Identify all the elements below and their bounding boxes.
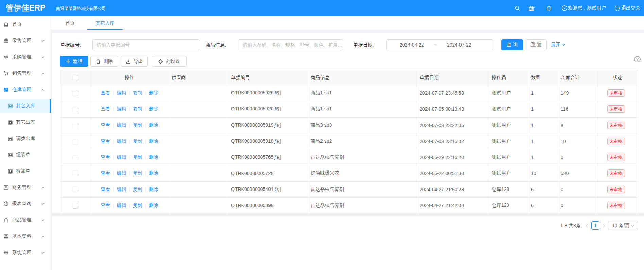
svg-text:?: ? <box>636 57 639 62</box>
